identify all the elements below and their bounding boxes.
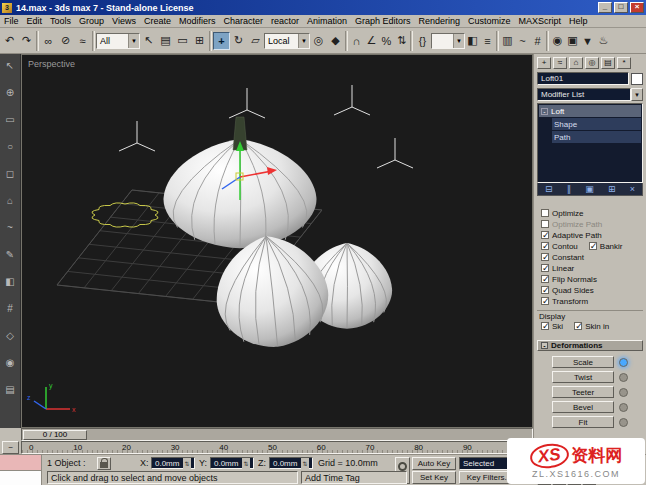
menu-maxscript[interactable]: MAXScript — [515, 16, 566, 26]
percent-snap-icon[interactable]: % — [379, 32, 394, 50]
coordsys-dropdown[interactable]: Local ▼ — [264, 33, 310, 49]
left-toolbar-icon[interactable]: ◻ — [3, 166, 18, 181]
redo-icon[interactable]: ↷ — [18, 32, 35, 50]
checkbox[interactable] — [541, 322, 549, 330]
time-slider-handle[interactable]: 0 / 100 — [23, 430, 87, 440]
modifier-list-dropdown[interactable]: Modifier List — [537, 88, 631, 101]
collapse-icon[interactable]: - — [541, 342, 548, 349]
spinner-icon[interactable]: ⇅ — [242, 458, 250, 469]
menu-graph-editors[interactable]: Graph Editors — [351, 16, 415, 26]
bind-spacewarp-icon[interactable]: ≈ — [74, 32, 91, 50]
checkbox[interactable] — [541, 264, 549, 272]
menu-rendering[interactable]: Rendering — [415, 16, 465, 26]
maximize-button[interactable]: □ — [614, 2, 628, 13]
named-sets-icon[interactable]: {} — [414, 32, 431, 50]
tab-display-icon[interactable]: ▤ — [601, 57, 615, 69]
set-key-button[interactable]: Set Key — [412, 471, 456, 484]
tab-create-icon[interactable]: + — [537, 57, 551, 69]
menu-customize[interactable]: Customize — [464, 16, 515, 26]
checkbox[interactable] — [574, 322, 582, 330]
left-toolbar-icon[interactable]: ◉ — [3, 355, 18, 370]
chevron-down-icon[interactable]: ▼ — [631, 88, 643, 101]
stack-item-shape[interactable]: Shape — [552, 118, 641, 130]
maxscript-mini-listener[interactable] — [0, 455, 42, 485]
bevel-active-toggle-icon[interactable] — [619, 403, 628, 412]
title-bar[interactable]: 3 14.max - 3ds max 7 - Stand-alone Licen… — [0, 0, 646, 15]
undo-icon[interactable]: ↶ — [1, 32, 18, 50]
select-move-icon[interactable]: + — [213, 32, 230, 50]
left-toolbar-icon[interactable]: # — [3, 301, 18, 316]
listener-output-pane[interactable] — [0, 471, 41, 485]
left-toolbar-icon[interactable]: ~ — [3, 220, 18, 235]
menu-help[interactable]: Help — [565, 16, 592, 26]
y-coord-field[interactable]: 0.0mm ⇅ — [210, 457, 254, 469]
checkbox[interactable] — [541, 253, 549, 261]
show-end-result-icon[interactable]: ∥ — [567, 184, 572, 194]
menu-character[interactable]: Character — [219, 16, 267, 26]
align-icon[interactable]: ≡ — [480, 32, 495, 50]
rect-region-icon[interactable]: ▭ — [174, 32, 191, 50]
left-toolbar-icon[interactable]: ▭ — [3, 112, 18, 127]
render-type-icon[interactable]: ▼ — [580, 32, 595, 50]
auto-key-button[interactable]: Auto Key — [412, 457, 456, 470]
menu-edit[interactable]: Edit — [23, 16, 47, 26]
select-link-icon[interactable]: ∞ — [40, 32, 57, 50]
viewport-label[interactable]: Perspective — [28, 59, 75, 69]
left-toolbar-icon[interactable]: ◧ — [3, 274, 18, 289]
track-bar[interactable]: 0 10 20 30 40 50 60 70 80 90 100 — [21, 441, 533, 454]
x-coord-field[interactable]: 0.0mm ⇅ — [151, 457, 195, 469]
checkbox[interactable] — [541, 297, 549, 305]
menu-tools[interactable]: Tools — [46, 16, 75, 26]
selection-lock-toggle[interactable] — [97, 457, 111, 470]
menu-views[interactable]: Views — [108, 16, 140, 26]
perspective-viewport[interactable]: Perspective — [21, 54, 533, 428]
left-toolbar-icon[interactable]: ▤ — [3, 382, 18, 397]
material-editor-icon[interactable]: ◉ — [550, 32, 565, 50]
twist-active-toggle-icon[interactable] — [619, 373, 628, 382]
left-toolbar-icon[interactable]: ○ — [3, 139, 18, 154]
deformations-rollout-header[interactable]: - Deformations — [537, 340, 643, 351]
mini-curve-editor-icon[interactable]: ~ — [2, 441, 19, 454]
select-scale-icon[interactable]: ▱ — [247, 32, 264, 50]
fit-deformation-button[interactable]: Fit — [552, 416, 614, 428]
layer-manager-icon[interactable]: ▥ — [500, 32, 515, 50]
modifier-stack[interactable]: - Loft Shape Path — [537, 103, 643, 183]
pivot-center-icon[interactable]: ◎ — [310, 32, 327, 50]
left-toolbar-icon[interactable]: ◇ — [3, 328, 18, 343]
quick-render-teapot-icon[interactable]: ♨ — [595, 32, 612, 50]
snap-toggle-icon[interactable]: ∩ — [349, 32, 364, 50]
menu-file[interactable]: File — [0, 16, 23, 26]
mirror-icon[interactable]: ◧ — [465, 32, 480, 50]
render-scene-icon[interactable]: ▣ — [565, 32, 580, 50]
twist-deformation-button[interactable]: Twist — [552, 371, 614, 383]
fit-active-toggle-icon[interactable] — [619, 418, 628, 427]
left-toolbar-icon[interactable]: ⌂ — [3, 193, 18, 208]
selection-filter-dropdown[interactable]: All ▼ — [96, 33, 140, 49]
tab-hierarchy-icon[interactable]: ⌂ — [569, 57, 583, 69]
teeter-deformation-button[interactable]: Teeter — [552, 386, 614, 398]
window-crossing-icon[interactable]: ⊞ — [191, 32, 208, 50]
menu-reactor[interactable]: reactor — [267, 16, 303, 26]
stack-item-path[interactable]: Path — [552, 131, 641, 143]
spinner-snap-icon[interactable]: ⇅ — [394, 32, 409, 50]
spinner-icon[interactable]: ⇅ — [183, 458, 191, 469]
menu-modifiers[interactable]: Modifiers — [175, 16, 220, 26]
menu-animation[interactable]: Animation — [303, 16, 351, 26]
unlink-icon[interactable]: ⊘ — [57, 32, 74, 50]
spinner-icon[interactable]: ⇅ — [301, 458, 309, 469]
stack-item-loft[interactable]: - Loft — [539, 105, 641, 117]
scale-active-toggle-icon[interactable] — [619, 358, 628, 367]
minimize-button[interactable]: _ — [598, 2, 612, 13]
close-button[interactable]: × — [630, 2, 644, 13]
menu-create[interactable]: Create — [140, 16, 175, 26]
curve-editor-icon[interactable]: ~ — [515, 32, 530, 50]
chevron-down-icon[interactable]: ▼ — [298, 34, 309, 48]
object-name-field[interactable]: Loft01 — [537, 72, 629, 85]
chevron-down-icon[interactable]: ▼ — [453, 34, 464, 48]
left-toolbar-icon[interactable]: ⊕ — [3, 85, 18, 100]
select-object-icon[interactable]: ↖ — [140, 32, 157, 50]
tab-modify-icon[interactable]: ≈ — [553, 57, 567, 69]
tab-utilities-icon[interactable]: * — [617, 57, 631, 69]
checkbox[interactable] — [541, 231, 549, 239]
checkbox[interactable] — [541, 275, 549, 283]
